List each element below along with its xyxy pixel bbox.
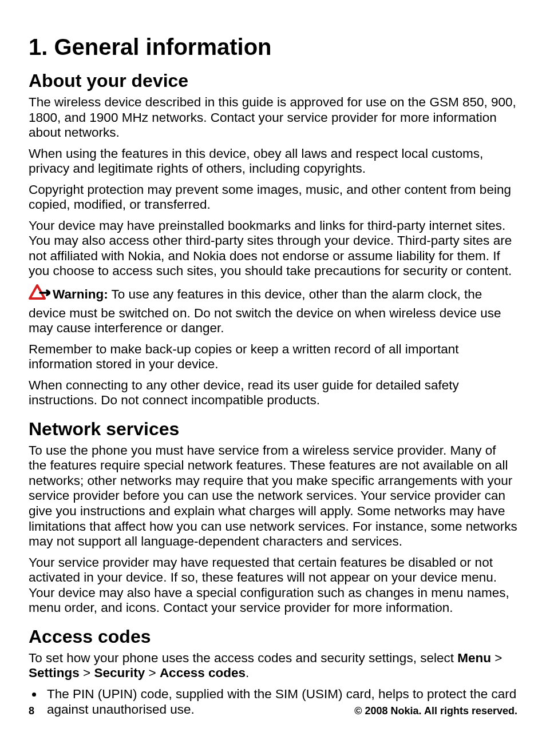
warning-label: Warning: bbox=[53, 287, 108, 301]
body-paragraph: When using the features in this device, … bbox=[29, 146, 517, 177]
body-paragraph: Your device may have preinstalled bookma… bbox=[29, 218, 517, 279]
body-paragraph: Remember to make back-up copies or keep … bbox=[29, 342, 517, 372]
body-paragraph: When connecting to any other device, rea… bbox=[29, 378, 517, 408]
body-paragraph: To use the phone you must have service f… bbox=[29, 443, 517, 550]
breadcrumb-separator: > bbox=[145, 666, 160, 680]
section-heading-about: About your device bbox=[29, 70, 517, 91]
document-page: 1. General information About your device… bbox=[0, 0, 546, 717]
breadcrumb-separator: > bbox=[80, 666, 94, 680]
access-intro-paragraph: To set how your phone uses the access co… bbox=[29, 651, 517, 681]
period: . bbox=[246, 666, 249, 680]
page-footer: 8 © 2008 Nokia. All rights reserved. bbox=[29, 705, 517, 717]
menu-path-item: Settings bbox=[29, 666, 80, 680]
body-paragraph: The wireless device described in this gu… bbox=[29, 95, 517, 141]
breadcrumb-separator: > bbox=[491, 651, 502, 665]
menu-path-item: Security bbox=[94, 666, 145, 680]
section-heading-network: Network services bbox=[29, 419, 517, 440]
warning-paragraph: Warning: To use any features in this dev… bbox=[29, 285, 517, 336]
menu-path-item: Menu bbox=[457, 651, 491, 665]
body-paragraph: Copyright protection may prevent some im… bbox=[29, 182, 517, 213]
body-paragraph: Your service provider may have requested… bbox=[29, 555, 517, 616]
copyright-text: © 2008 Nokia. All rights reserved. bbox=[354, 705, 517, 717]
intro-text: To set how your phone uses the access co… bbox=[29, 651, 457, 665]
menu-path-item: Access codes bbox=[160, 666, 246, 680]
page-number: 8 bbox=[29, 705, 34, 717]
warning-icon bbox=[29, 284, 50, 305]
section-heading-access: Access codes bbox=[29, 626, 517, 647]
chapter-heading: 1. General information bbox=[29, 34, 517, 60]
